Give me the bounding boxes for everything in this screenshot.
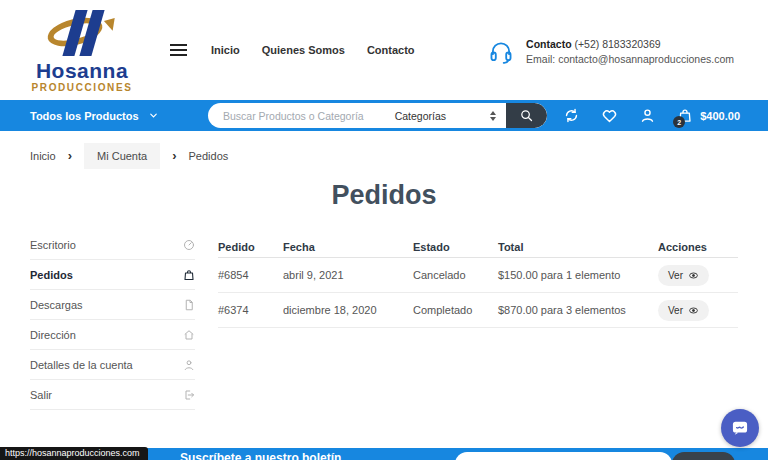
table-row: #6854 abril 9, 2021 Cancelado $150.00 pa… [218,258,738,293]
sidebar-item-label: Detalles de la cuenta [30,359,133,371]
contact-phone: Contacto (+52) 8183320369 [526,36,734,52]
orders-table-header: Pedido Fecha Estado Total Acciones [218,236,738,258]
site-header: Hosanna PRODUCCIONES Inicio Quienes Somo… [0,0,768,100]
col-pedido: Pedido [218,241,283,253]
breadcrumb-inicio[interactable]: Inicio [30,150,56,162]
home-icon [183,329,195,341]
categories-label: Categorías [395,110,446,122]
sidebar-item-detalles-cuenta[interactable]: Detalles de la cuenta [30,350,195,380]
sidebar-item-label: Salir [30,389,52,401]
col-total: Total [498,241,658,253]
breadcrumb-separator-icon: › [172,151,176,161]
account-sidebar: Escritorio Pedidos Descargas Dirección D… [30,230,195,410]
sidebar-item-descargas[interactable]: Descargas [30,290,195,320]
order-date: abril 9, 2021 [283,269,413,281]
ver-button[interactable]: Ver [658,265,709,286]
sidebar-item-label: Descargas [30,299,83,311]
site-logo[interactable]: Hosanna PRODUCCIONES [24,10,140,94]
eye-icon [688,270,699,281]
header-contact: Contacto (+52) 8183320369 Email: contact… [488,36,734,67]
search-icon [519,108,534,123]
breadcrumb-mi-cuenta[interactable]: Mi Cuenta [84,143,160,169]
order-total: $870.00 para 3 elementos [498,304,658,316]
logout-icon [183,389,195,401]
ver-label: Ver [668,270,683,281]
order-status: Cancelado [413,269,498,281]
cart-total: $400.00 [700,110,740,122]
contact-label: Contacto [526,38,572,50]
chevron-down-icon [148,110,159,121]
shop-bar: Todos los Productos Categorías [0,100,768,131]
account-icon[interactable] [639,107,656,124]
cart-count-badge: 2 [673,116,685,128]
categories-select[interactable]: Categorías [395,110,506,122]
ver-button[interactable]: Ver [658,300,709,321]
orders-table: Pedido Fecha Estado Total Acciones #6854… [218,236,738,328]
order-date: diciembre 18, 2020 [283,304,413,316]
newsletter-heading: Suscríbete a nuestro boletín [180,451,341,460]
main-nav: Inicio Quienes Somos Contacto [170,44,415,56]
order-status: Completado [413,304,498,316]
sidebar-item-label: Dirección [30,329,76,341]
newsletter-subscribe-button[interactable] [672,452,735,460]
search-bar: Categorías [208,103,547,128]
contact-phone-number: (+52) 8183320369 [574,38,660,50]
nav-inicio[interactable]: Inicio [211,44,240,56]
contact-email: Email: contacto@hosannaproducciones.com [526,52,734,67]
all-products-dropdown[interactable]: Todos los Productos [30,100,159,131]
search-input[interactable] [208,110,395,122]
breadcrumb-separator-icon: › [68,151,72,161]
breadcrumb-pedidos: Pedidos [189,150,229,162]
sidebar-item-escritorio[interactable]: Escritorio [30,230,195,260]
cart-button[interactable]: 2 $400.00 [677,107,740,124]
user-icon [183,359,195,371]
sidebar-item-salir[interactable]: Salir [30,380,195,410]
compare-icon[interactable] [563,107,580,124]
chat-widget-button[interactable] [721,409,759,447]
all-products-label: Todos los Productos [30,110,139,122]
orders-bag-icon [183,269,195,281]
hamburger-menu-icon[interactable] [170,44,187,56]
col-estado: Estado [413,241,498,253]
logo-mark-icon [43,10,121,60]
select-arrows-icon [490,111,496,121]
nav-quienes-somos[interactable]: Quienes Somos [262,44,345,56]
downloads-file-icon [183,299,195,311]
breadcrumb: Inicio › Mi Cuenta › Pedidos [30,143,228,169]
sidebar-item-label: Pedidos [30,269,73,281]
shop-icons: 2 $400.00 [563,100,740,131]
headset-icon [488,39,514,65]
page-title: Pedidos [0,180,768,211]
dashboard-icon [183,239,195,251]
order-id: #6374 [218,304,283,316]
order-total: $150.00 para 1 elemento [498,269,658,281]
sidebar-item-pedidos[interactable]: Pedidos [30,260,195,290]
ver-label: Ver [668,305,683,316]
nav-contacto[interactable]: Contacto [367,44,415,56]
wishlist-heart-icon[interactable] [601,107,618,124]
search-button[interactable] [506,103,547,128]
col-fecha: Fecha [283,241,413,253]
sidebar-item-direccion[interactable]: Dirección [30,320,195,350]
status-bar-url: https://hosannaproducciones.com [0,447,148,460]
eye-icon [688,305,699,316]
chat-bubble-icon [730,418,750,438]
newsletter-email-input[interactable] [455,452,672,460]
order-id: #6854 [218,269,283,281]
logo-name: Hosanna [24,60,140,82]
logo-tagline: PRODUCCIONES [24,82,140,94]
sidebar-item-label: Escritorio [30,239,76,251]
col-acciones: Acciones [658,241,738,253]
table-row: #6374 diciembre 18, 2020 Completado $870… [218,293,738,328]
